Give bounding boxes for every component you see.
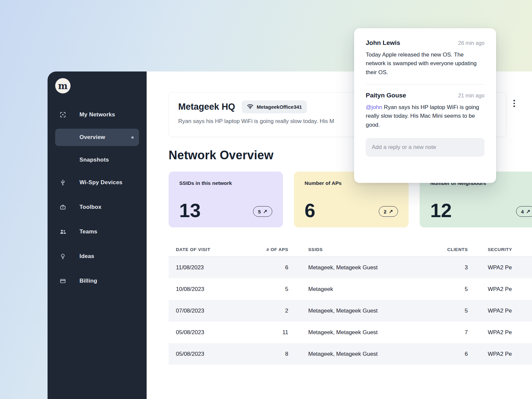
column-header-clients: CLIENTS (431, 247, 468, 252)
stat-change-badge[interactable]: 5 ↗ (253, 206, 272, 217)
sidebar-item-label: Teams (79, 228, 97, 235)
metageek-logo: m (55, 78, 70, 93)
table-row[interactable]: 05/08/2023 8 Metageek, Metageek Guest 6 … (169, 343, 532, 365)
visits-table: DATE OF VISIT # OF APS SSIDS CLIENTS SEC… (169, 243, 532, 365)
divider (366, 84, 484, 84)
sidebar-item-billing[interactable]: Billing (55, 272, 139, 290)
table-row[interactable]: 11/08/2023 6 Metageek, Metageek Guest 3 … (169, 257, 532, 278)
sidebar-item-label: Toolbox (79, 204, 101, 210)
network-name: Metageek HQ (178, 102, 235, 112)
stat-value: 12 (430, 199, 452, 221)
sidebar-item-ideas[interactable]: Ideas (55, 248, 139, 265)
usb-icon (60, 179, 66, 186)
wifi-ssid-label: MetageekOffice341 (257, 104, 302, 110)
sidebar-item-label: Snapshots (79, 157, 109, 163)
sidebar-item-my-networks[interactable]: My Networks (55, 106, 139, 123)
column-header-ssids: SSIDS (288, 247, 431, 252)
stat-change-badge[interactable]: 2 ↗ (379, 206, 398, 217)
arrow-up-right-icon: ↗ (526, 208, 530, 214)
sidebar-item-label: Wi-Spy Devices (79, 179, 122, 186)
logo-letter: m (58, 81, 68, 90)
wifi-icon (247, 104, 254, 110)
table-row[interactable]: 05/08/2023 11 Metageek, Metageek Guest 7… (169, 322, 532, 343)
table-row[interactable]: 10/08/2023 5 Metageek 5 WPA2 Pe (169, 278, 532, 300)
notes-panel: John Lewis 26 min ago Today Apple releas… (354, 28, 496, 183)
user-mention-link[interactable]: @john (366, 104, 382, 110)
arrow-up-right-icon: ↗ (263, 208, 267, 214)
table-row[interactable]: 07/08/2023 2 Metageek, Metageek Guest 5 … (169, 300, 532, 322)
stat-value: 6 (305, 199, 315, 221)
column-header-aps: # OF APS (245, 247, 288, 252)
active-indicator-dot (131, 136, 134, 139)
people-icon (60, 228, 66, 235)
stat-label: SSIDs in this network (179, 180, 272, 186)
note-reply-input[interactable] (366, 138, 484, 157)
lightbulb-icon (60, 253, 66, 260)
credit-card-icon (60, 278, 66, 284)
column-header-security: SECURITY (468, 247, 532, 252)
table-header-row: DATE OF VISIT # OF APS SSIDS CLIENTS SEC… (169, 243, 532, 257)
wifi-ssid-badge[interactable]: MetageekOffice341 (242, 100, 307, 113)
sidebar: m My Networks Overview Snapshots (48, 71, 147, 399)
note-item: Paityn Gouse 21 min ago @john Ryan says … (366, 92, 484, 129)
sidebar-item-label: My Networks (79, 111, 115, 118)
arrow-up-right-icon: ↗ (389, 208, 393, 214)
stat-value: 13 (179, 199, 201, 221)
note-timestamp: 21 min ago (458, 93, 484, 99)
sidebar-item-toolbox[interactable]: Toolbox (55, 199, 139, 216)
stat-change-badge[interactable]: 4 ↗ (516, 206, 532, 217)
note-text: Today Apple released the new OS. The net… (366, 51, 484, 77)
sidebar-item-label: Ideas (79, 253, 94, 260)
more-options-kebab-icon[interactable] (513, 100, 515, 107)
sidebar-nav: My Networks Overview Snapshots Wi-Spy De… (55, 106, 139, 290)
sidebar-item-label: Overview (79, 134, 105, 141)
sidebar-item-overview[interactable]: Overview (55, 129, 139, 146)
note-text-body: Ryan says his HP laptop WiFi is going re… (366, 104, 479, 128)
sidebar-item-label: Billing (79, 278, 97, 284)
sidebar-item-teams[interactable]: Teams (55, 223, 139, 240)
column-header-date: DATE OF VISIT (169, 247, 245, 252)
scan-icon (60, 111, 66, 118)
briefcase-icon (60, 204, 66, 210)
sidebar-item-wispy-devices[interactable]: Wi-Spy Devices (55, 174, 139, 191)
note-text: @john Ryan says his HP laptop WiFi is go… (366, 103, 484, 129)
stat-card-ssids: SSIDs in this network 13 5 ↗ (169, 172, 283, 227)
note-item: John Lewis 26 min ago Today Apple releas… (366, 39, 484, 77)
sidebar-item-snapshots[interactable]: Snapshots (55, 151, 139, 169)
note-author: Paityn Gouse (366, 92, 406, 99)
note-author: John Lewis (366, 39, 400, 47)
note-timestamp: 26 min ago (458, 40, 484, 46)
